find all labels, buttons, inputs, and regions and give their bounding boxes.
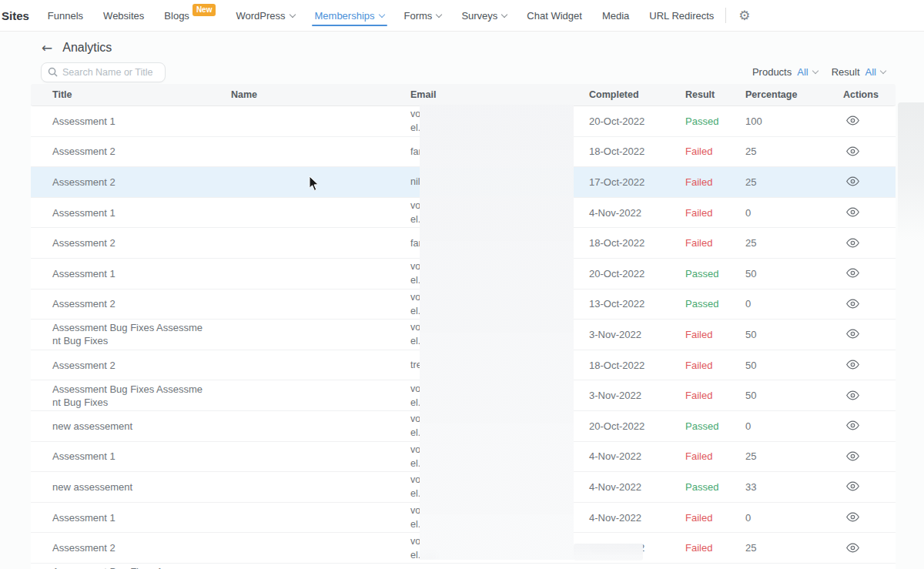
cell-title: Assessment 2 <box>31 145 231 158</box>
cell-result: Failed <box>685 329 745 340</box>
view-details-eye-icon[interactable] <box>845 541 861 554</box>
cell-result: Passed <box>685 268 745 279</box>
cell-actions <box>843 297 896 311</box>
cell-result: Failed <box>685 512 745 524</box>
nav-url-redirects[interactable]: URL Redirects <box>639 0 724 31</box>
nav-chat-widget[interactable]: Chat Widget <box>517 0 592 31</box>
cell-title: new assessement <box>31 480 231 494</box>
cell-title: Assessment 1 <box>31 267 231 280</box>
cell-title: Assessment 2 <box>31 359 231 372</box>
toolbar: Products All Result All <box>41 62 896 82</box>
cell-percentage: 25 <box>745 542 843 554</box>
top-nav: Sites Funnels Websites Blogs New WordPre… <box>0 0 924 32</box>
search-box <box>41 62 166 82</box>
cell-actions <box>843 389 896 403</box>
cell-percentage: 50 <box>745 329 843 340</box>
cell-title: Assessment Bug Fixes Assessment Bug Fixe… <box>31 321 231 347</box>
view-details-eye-icon[interactable] <box>845 510 861 524</box>
cell-completed: 4-Nov-2022 <box>589 207 685 219</box>
cell-completed: 17-Oct-2022 <box>589 176 685 188</box>
nav-memberships[interactable]: Memberships <box>305 0 394 31</box>
cell-title: Assessment Bug Fixes Assessment Bug Fixe… <box>31 383 231 409</box>
app-window: Sites Funnels Websites Blogs New WordPre… <box>0 0 924 569</box>
cell-result: Failed <box>685 237 745 249</box>
cell-actions <box>843 480 896 494</box>
chevron-down-icon <box>880 68 886 74</box>
cell-result: Failed <box>685 390 745 401</box>
blurred-privacy-region-small <box>574 544 643 561</box>
cell-percentage: 50 <box>745 268 843 279</box>
cell-completed: 4-Nov-2022 <box>589 481 685 493</box>
nav-forms[interactable]: Forms <box>394 0 452 31</box>
cell-percentage: 25 <box>745 450 843 462</box>
view-details-eye-icon[interactable] <box>845 206 861 219</box>
view-details-eye-icon[interactable] <box>845 450 861 463</box>
cell-percentage: 0 <box>745 298 843 310</box>
cell-title: Assessment 2 <box>31 236 231 249</box>
nav-websites[interactable]: Websites <box>93 0 154 31</box>
cell-title: Assessment 2 <box>31 176 231 189</box>
cell-percentage: 50 <box>745 360 843 371</box>
cell-actions <box>843 510 896 524</box>
view-details-eye-icon[interactable] <box>845 389 861 402</box>
col-result: Result <box>685 89 745 100</box>
cell-actions <box>843 266 896 280</box>
cell-title: Assessment 2 <box>31 541 231 554</box>
table-row[interactable]: Assessment Bug Fixes Assessment B <box>31 564 896 569</box>
cell-actions <box>843 114 896 128</box>
nav-surveys[interactable]: Surveys <box>451 0 517 31</box>
chevron-down-icon <box>436 11 442 17</box>
cell-result: Passed <box>685 298 745 310</box>
cell-result: Failed <box>685 450 745 462</box>
cell-completed: 18-Oct-2022 <box>589 237 685 249</box>
gear-icon[interactable]: ⚙ <box>734 8 755 23</box>
cell-title: Assessment 1 <box>31 450 231 463</box>
view-details-eye-icon[interactable] <box>845 114 861 127</box>
back-arrow-icon[interactable]: ← <box>42 40 52 55</box>
col-actions: Actions <box>843 89 896 100</box>
cell-percentage: 33 <box>745 481 843 493</box>
view-details-eye-icon[interactable] <box>845 297 861 310</box>
cell-actions <box>843 419 896 433</box>
nav-funnels[interactable]: Funnels <box>38 0 93 31</box>
brand-sites[interactable]: Sites <box>2 9 29 22</box>
col-email: Email <box>410 89 589 100</box>
cell-title: Assessment 1 <box>31 206 231 219</box>
cell-completed: 4-Nov-2022 <box>589 450 685 462</box>
nav-wordpress[interactable]: WordPress <box>226 0 304 31</box>
cell-title: Assessment 2 <box>31 297 231 310</box>
cell-completed: 18-Oct-2022 <box>589 360 685 371</box>
chevron-down-icon <box>501 11 507 17</box>
products-filter-value[interactable]: All <box>797 66 817 78</box>
view-details-eye-icon[interactable] <box>845 266 861 279</box>
view-details-eye-icon[interactable] <box>845 419 861 432</box>
page-title: Analytics <box>62 41 112 55</box>
col-title: Title <box>31 89 231 100</box>
cell-completed: 20-Oct-2022 <box>589 115 685 127</box>
cell-completed: 3-Nov-2022 <box>589 390 685 401</box>
cell-actions <box>843 175 896 189</box>
products-filter-label: Products <box>752 66 792 78</box>
result-filter: Result All <box>832 66 886 78</box>
view-details-eye-icon[interactable] <box>845 145 861 158</box>
new-badge: New <box>192 4 216 16</box>
cell-result: Failed <box>685 207 745 219</box>
cell-actions <box>843 327 896 341</box>
cell-completed: 20-Oct-2022 <box>589 420 685 432</box>
view-details-eye-icon[interactable] <box>845 327 861 340</box>
view-details-eye-icon[interactable] <box>845 175 861 188</box>
search-input[interactable] <box>62 67 159 78</box>
cell-percentage: 0 <box>745 512 843 524</box>
cell-percentage: 0 <box>745 420 843 432</box>
nav-media[interactable]: Media <box>592 0 639 31</box>
cell-actions <box>843 206 896 219</box>
view-details-eye-icon[interactable] <box>845 236 861 249</box>
cell-result: Failed <box>685 176 745 188</box>
cell-result: Passed <box>685 115 745 127</box>
col-name: Name <box>231 89 410 100</box>
result-filter-value[interactable]: All <box>865 66 886 78</box>
nav-blogs[interactable]: Blogs New <box>154 0 226 31</box>
filters: Products All Result All <box>752 66 886 78</box>
view-details-eye-icon[interactable] <box>845 480 861 493</box>
view-details-eye-icon[interactable] <box>845 358 861 371</box>
